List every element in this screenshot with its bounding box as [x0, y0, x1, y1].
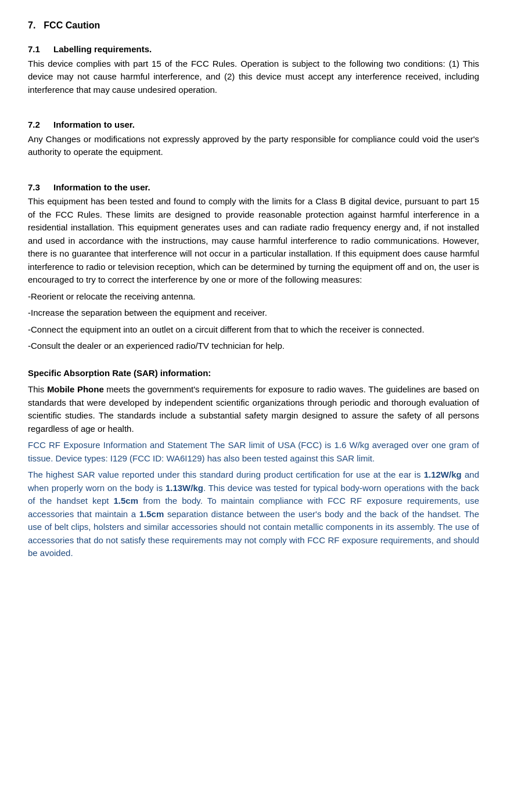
section-7-1-num: 7.1	[28, 43, 49, 56]
section-7-1: 7.1 Labelling requirements. This device …	[28, 43, 479, 96]
sar-para3-bold2: 1.13W/kg	[166, 483, 203, 493]
section-7-1-label: Labelling requirements.	[53, 43, 152, 56]
section-7-3-para-3: -Increase the separation between the equ…	[28, 306, 479, 320]
sar-para3-bold4: 1.5cm	[139, 509, 164, 519]
sar-para-1: This Mobile Phone meets the government's…	[28, 383, 479, 435]
section-7-2-label: Information to user.	[53, 118, 135, 132]
sar-section: Specific Absorption Rate (SAR) informati…	[28, 367, 479, 560]
section-7-2-para: Any Changes or modifications not express…	[28, 133, 479, 159]
sar-para-2-blue: FCC RF Exposure Information and Statemen…	[28, 439, 479, 465]
section-7-1-heading: 7.1 Labelling requirements.	[28, 43, 479, 56]
section-7-3: 7.3 Information to the user. This equipm…	[28, 181, 479, 353]
sar-para1-normal1: This	[28, 384, 47, 394]
section-7-3-para-1: This equipment has been tested and found…	[28, 195, 479, 287]
section-7-3-heading: 7.3 Information to the user.	[28, 181, 479, 194]
sar-para3-bold1: 1.12W/kg	[424, 470, 462, 479]
sar-para3-bold3: 1.5cm	[114, 496, 139, 506]
sar-para-3: The highest SAR value reported under thi…	[28, 468, 479, 560]
sar-para1-bold: Mobile Phone	[47, 384, 104, 394]
section-7-3-label: Information to the user.	[53, 181, 150, 194]
section-7-2: 7.2 Information to user. Any Changes or …	[28, 118, 479, 159]
sar-para3-start: The highest SAR value reported under thi…	[28, 470, 424, 479]
section-7-heading: 7. FCC Caution	[28, 19, 479, 35]
section-7-2-heading: 7.2 Information to user.	[28, 118, 479, 132]
section-7-3-para-2: -Reorient or relocate the receiving ante…	[28, 290, 479, 304]
section-7-3-para-5: -Consult the dealer or an experienced ra…	[28, 340, 479, 353]
section-7-num: 7.	[28, 19, 35, 33]
page-content: 7. FCC Caution 7.1 Labelling requirement…	[28, 19, 479, 560]
sar-heading: Specific Absorption Rate (SAR) informati…	[28, 367, 479, 380]
section-7-3-para-4: -Connect the equipment into an outlet on…	[28, 323, 479, 337]
section-7-3-num: 7.3	[28, 181, 49, 194]
section-7-label: FCC Caution	[44, 19, 100, 33]
section-7-1-para: This device complies with part 15 of the…	[28, 57, 479, 97]
section-7-2-num: 7.2	[28, 118, 49, 132]
